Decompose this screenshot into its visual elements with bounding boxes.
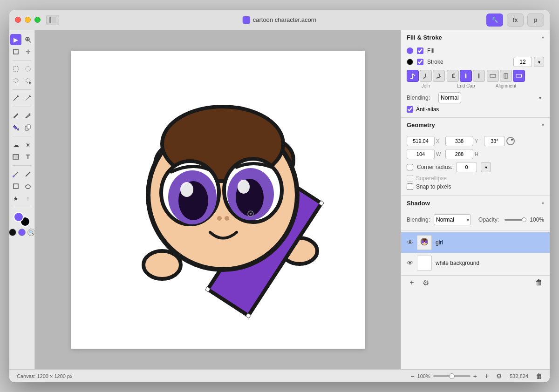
opacity-slider[interactable] <box>504 219 524 221</box>
ellipse-select-tool[interactable] <box>22 63 34 74</box>
opacity-thumb <box>522 217 526 222</box>
svg-rect-57 <box>516 74 522 77</box>
foreground-color-swatch[interactable] <box>14 212 24 222</box>
zoom-minus-btn[interactable]: − <box>410 372 414 380</box>
minimize-button[interactable] <box>25 17 31 23</box>
x-input-group: X <box>407 136 442 146</box>
shadow-title: Shadow <box>407 200 430 207</box>
join-label: Join <box>422 83 430 88</box>
delete-layer-button[interactable]: 🗑 <box>534 277 544 288</box>
align-center-btn[interactable] <box>500 70 512 82</box>
fx-button[interactable]: fx <box>507 14 524 27</box>
join-miter-btn[interactable] <box>407 70 419 82</box>
arrow-tool[interactable]: ↑ <box>22 193 34 204</box>
angle-circle[interactable] <box>506 137 515 145</box>
join-round-btn[interactable] <box>420 70 432 82</box>
maximize-button[interactable] <box>34 17 41 23</box>
right-panel: Fill & Stroke ▾ Fill Stroke <box>401 30 550 369</box>
zoom-color-tool[interactable]: 🔍 <box>27 229 35 236</box>
add-layer-status-btn[interactable]: + <box>484 372 489 380</box>
statusbar: Canvas: 1200 × 1200 px − 100% + + ⚙ 532,… <box>9 369 550 382</box>
layer-item-girl[interactable]: 👁 girl <box>401 232 550 253</box>
lasso-tool[interactable] <box>10 75 21 87</box>
layer-visibility-girl[interactable]: 👁 <box>407 239 413 246</box>
rect-select-tool[interactable] <box>10 63 21 74</box>
y-input[interactable] <box>445 136 473 146</box>
magic-sel-tool[interactable] <box>22 93 34 104</box>
close-button[interactable] <box>15 17 21 23</box>
pen-tool[interactable] <box>10 110 21 121</box>
layer-name-white-bg: white background <box>436 260 544 266</box>
stroke-width-input[interactable] <box>513 57 532 67</box>
sidebar-toggle-button[interactable] <box>46 15 59 25</box>
magic-wand-tool[interactable] <box>10 93 21 104</box>
svg-rect-18 <box>13 155 19 159</box>
corner-radius-checkbox[interactable] <box>407 164 413 170</box>
tool-row-7 <box>10 122 34 133</box>
corner-radius-dropdown[interactable]: ▾ <box>481 162 491 172</box>
shadow-header[interactable]: Shadow ▾ <box>401 196 550 210</box>
star-tool[interactable]: ★ <box>10 193 21 204</box>
properties-button[interactable]: 🔧 <box>486 14 503 27</box>
circle-shape-tool[interactable] <box>22 181 34 192</box>
geometry-header[interactable]: Geometry ▾ <box>401 118 550 132</box>
join-bevel-btn[interactable] <box>433 70 445 82</box>
sun-tool[interactable]: ☀ <box>22 139 34 150</box>
shape-tool[interactable]: ☁ <box>10 139 21 150</box>
canvas-area[interactable] <box>35 30 401 369</box>
stroke-dropdown[interactable]: ▾ <box>534 57 544 67</box>
path-pen-tool[interactable] <box>10 169 21 180</box>
tool-row-11 <box>10 181 34 192</box>
layer-settings-button[interactable]: ⚙ <box>421 277 431 288</box>
blending-select[interactable]: Normal <box>438 92 461 103</box>
zoom-slider[interactable] <box>433 375 470 377</box>
geometry-content: X Y <box>401 132 550 196</box>
rect-shape-tool[interactable] <box>10 181 21 192</box>
magic-lasso-tool[interactable] <box>22 75 34 87</box>
fill-stroke-header[interactable]: Fill & Stroke ▾ <box>401 30 550 45</box>
zoom-tool[interactable] <box>22 34 34 45</box>
layer-item-white-bg[interactable]: 👁 white background <box>401 253 550 273</box>
corner-radius-input[interactable] <box>456 162 477 172</box>
clone-tool[interactable] <box>22 122 34 133</box>
h-input[interactable] <box>445 149 473 159</box>
w-input[interactable] <box>407 149 435 159</box>
settings-status-btn[interactable]: ⚙ <box>496 372 502 380</box>
zoom-plus-btn[interactable]: + <box>473 372 477 380</box>
move-tool[interactable]: ✛ <box>22 46 34 57</box>
fill-checkbox[interactable] <box>417 47 423 54</box>
add-layer-button[interactable]: + <box>407 277 417 288</box>
stroke-color-dot[interactable] <box>407 59 413 65</box>
end-cap-flat-btn[interactable] <box>447 70 459 82</box>
fill-color-dot[interactable] <box>407 47 413 54</box>
delete-status-btn[interactable]: 🗑 <box>536 372 542 380</box>
svg-line-20 <box>26 172 30 176</box>
end-cap-square-btn[interactable] <box>473 70 485 82</box>
stroke-checkbox[interactable] <box>417 59 423 65</box>
fill-tool[interactable] <box>10 122 21 133</box>
antialias-checkbox[interactable] <box>407 106 413 113</box>
superellipse-checkbox[interactable] <box>407 175 413 182</box>
text-tool[interactable]: T <box>22 151 34 162</box>
align-right-btn[interactable] <box>513 70 525 82</box>
layer-visibility-white-bg[interactable]: 👁 <box>407 259 413 267</box>
purple-color[interactable] <box>18 229 26 236</box>
angle-input[interactable] <box>484 136 505 146</box>
end-cap-round-btn[interactable] <box>460 70 472 82</box>
shadow-section: Shadow ▾ Blending: Normal Opacity: <box>401 196 550 230</box>
align-left-btn[interactable] <box>487 70 499 82</box>
black-color[interactable] <box>9 229 16 236</box>
geometry-section: Geometry ▾ X Y <box>401 118 550 196</box>
tool-row-12: ★ ↑ <box>10 193 34 204</box>
brush-tool[interactable] <box>22 110 34 121</box>
w-label: W <box>436 151 442 157</box>
x-input[interactable] <box>407 136 435 146</box>
crop-tool[interactable] <box>10 46 21 57</box>
shadow-blending-select[interactable]: Normal <box>434 214 471 225</box>
select-tool[interactable]: ▶ <box>10 34 21 45</box>
fx-label: fx <box>513 17 518 23</box>
p-button[interactable]: p <box>527 14 544 27</box>
rect-tool[interactable] <box>10 151 21 162</box>
line-tool[interactable] <box>22 169 34 180</box>
snap-to-pixels-checkbox[interactable] <box>407 183 413 190</box>
